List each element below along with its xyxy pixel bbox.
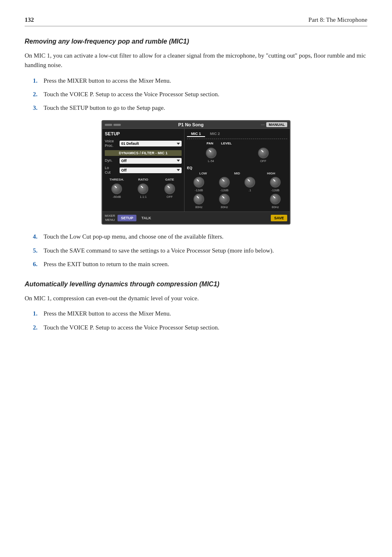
eq-mid-bot-val: 80Hz — [221, 205, 228, 209]
list-item: 3. Touch the SETUP button to go to the S… — [33, 103, 367, 113]
eq-bot-knobs: 80Hz 80Hz 80Hz — [187, 194, 287, 209]
step-text: Press the EXIT button to return to the m… — [44, 260, 169, 269]
eq-low-top-knob-group: -12dB — [187, 177, 211, 192]
talk-button[interactable]: TALK — [138, 215, 154, 221]
section2-intro: On MIC 1, compression can even-out the d… — [25, 294, 367, 303]
pan-knob-group: L-54 — [187, 148, 235, 163]
eq-col-labels-row: LOW MID HIGH — [187, 172, 287, 175]
dyn-value: Off — [121, 159, 127, 163]
setup-button[interactable]: SETUP — [118, 215, 136, 221]
eq-high-top-val: -12dB — [271, 188, 279, 192]
top-dots — [105, 124, 121, 126]
lo-cut-dropdown[interactable]: Off — [120, 167, 182, 173]
step-text: Press the MIXER button to access the Mix… — [44, 76, 171, 86]
eq-high-bot-knob — [270, 194, 281, 204]
level-label: LEVEL — [220, 142, 233, 145]
pan-label: PAN — [203, 142, 217, 145]
ratio-value: 1.1:1 — [140, 195, 147, 199]
eq-label: EQ — [187, 166, 287, 170]
eq-mid-bot-knob-group: 80Hz — [212, 194, 236, 209]
step-num: 5. — [33, 246, 39, 255]
eq-mid-top-knob — [219, 177, 230, 188]
bottom-menu-labels: MIXER MENU — [105, 214, 116, 222]
device-screenshot: P1 No Song --- MANUAL SETUP VoiceProc. 0… — [101, 120, 291, 225]
eq-low-bot-knob — [194, 194, 204, 204]
top-dash: --- — [261, 123, 265, 127]
eq-mid-top-knob-group: -12dB — [212, 177, 236, 192]
eq-low-top-val: -12dB — [195, 188, 203, 192]
list-item: 2. Touch the VOICE P. Setup to access th… — [33, 323, 367, 332]
level-knob — [258, 148, 269, 158]
list-item: 6. Press the EXIT button to return to th… — [33, 260, 367, 269]
thresh-knob-group: -60dB — [105, 183, 129, 199]
eq-low-label: LOW — [199, 172, 207, 175]
pan-value: L-54 — [208, 159, 214, 163]
step-num: 2. — [33, 323, 39, 332]
dot1 — [105, 124, 112, 126]
step-num: 1. — [33, 309, 39, 318]
thresh-value: -60dB — [113, 195, 121, 199]
device-left-panel: SETUP VoiceProc. 01 Default DYNAMICS / F… — [102, 129, 184, 211]
list-item: 1. Press the MIXER button to access the … — [33, 309, 367, 318]
setup-label: SETUP — [105, 131, 182, 136]
step-text: Touch the SAVE command to save the setti… — [44, 246, 274, 255]
voice-proc-value: 01 Default — [121, 142, 139, 146]
page-number: 132 — [25, 16, 34, 23]
step-num: 6. — [33, 260, 39, 269]
dropdown-arrow-icon — [177, 169, 180, 171]
mic1-tab[interactable]: MIC 1 — [187, 131, 205, 137]
thresh-label: THRESH. — [105, 178, 129, 181]
dyn-label: Dyn. — [105, 158, 118, 163]
save-button[interactable]: SAVE — [271, 215, 287, 221]
gate-knob — [164, 183, 175, 194]
mic2-tab[interactable]: MIC 2 — [206, 131, 224, 137]
eq-mid-label: MID — [234, 172, 240, 175]
dynamics-header: DYNAMICS / FILTER - MIC 1 — [105, 150, 182, 156]
section1-steps-4-6: 4. Touch the Low Cut pop-up menu, and ch… — [33, 232, 367, 269]
eq-mid-bot-knob — [219, 194, 230, 204]
eq-high-top-knob — [270, 177, 281, 188]
device-right-panel: MIC 1 MIC 2 PAN LEVEL L-54 OFF — [184, 129, 290, 211]
list-item: 4. Touch the Low Cut pop-up menu, and ch… — [33, 232, 367, 241]
device-bottom-bar: MIXER MENU SETUP TALK SAVE — [102, 211, 290, 224]
eq-low-col: LOW — [187, 172, 219, 175]
ratio-knob — [138, 183, 148, 194]
lo-cut-value: Off — [121, 168, 127, 172]
eq-low-bot-val: 80Hz — [195, 205, 203, 209]
thresh-knob — [111, 183, 122, 194]
step-text: Touch the VOICE P. Setup to access the V… — [44, 323, 219, 332]
dropdown-arrow-icon — [177, 143, 180, 145]
page-header: 132 Part 8: The Microphone — [25, 16, 367, 26]
manual-button[interactable]: MANUAL — [266, 122, 287, 127]
list-item: 5. Touch the SAVE command to save the se… — [33, 246, 367, 255]
dot2 — [113, 124, 121, 126]
eq-high-top-knob-group: -12dB — [263, 177, 287, 192]
mixer-label: MIXER — [105, 214, 115, 218]
step-num: 1. — [33, 76, 39, 86]
page-section-title: Part 8: The Microphone — [309, 16, 367, 23]
eq-mid-sub-val: .1 — [249, 188, 251, 192]
level-knob-group: OFF — [239, 148, 287, 163]
step-num: 3. — [33, 103, 39, 113]
section1-intro: On MIC 1, you can activate a low-cut fil… — [25, 51, 367, 70]
step-text: Touch the SETUP button to go to the Setu… — [44, 103, 165, 113]
voice-proc-dropdown[interactable]: 01 Default — [120, 141, 182, 146]
lo-cut-label: LoCut — [105, 166, 118, 175]
eq-high-bot-val: 80Hz — [272, 205, 279, 209]
mic-separator — [187, 139, 287, 139]
eq-mid-sub-knob-group: .1 — [238, 177, 262, 192]
step-text: Press the MIXER button to access the Mix… — [44, 309, 171, 318]
level-value: OFF — [260, 159, 266, 163]
lo-cut-row: LoCut Off — [105, 166, 182, 175]
mic-tabs: MIC 1 MIC 2 — [187, 131, 287, 137]
eq-mid-sub-knob — [244, 177, 255, 188]
gate-label: GATE — [158, 178, 182, 181]
eq-mid-top-val: -12dB — [220, 188, 228, 192]
pan-level-labels: PAN LEVEL — [187, 142, 287, 145]
menu-label: MENU — [105, 218, 115, 222]
dropdown-arrow-icon — [177, 160, 180, 162]
dyn-dropdown[interactable]: Off — [120, 158, 182, 164]
pan-knob — [206, 148, 217, 158]
pan-level-knobs: L-54 OFF — [187, 148, 287, 163]
dyn-row: Dyn. Off — [105, 158, 182, 164]
